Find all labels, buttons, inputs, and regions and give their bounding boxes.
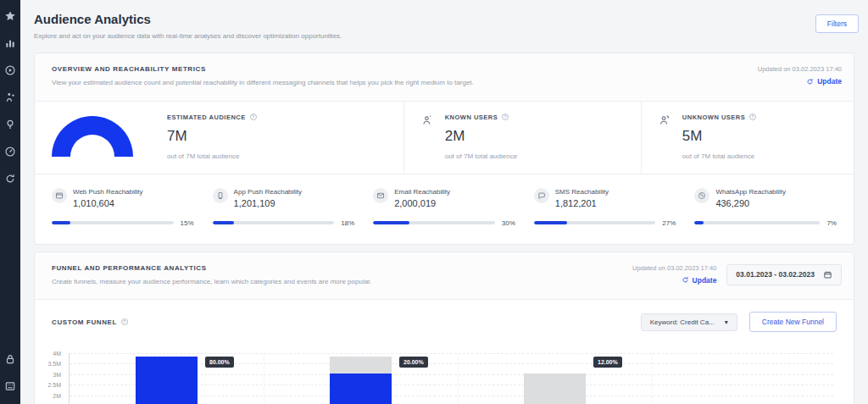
- overview-description: View your estimated audience count and p…: [52, 79, 474, 87]
- custom-funnel-title: CUSTOM FUNNEL: [52, 318, 128, 326]
- overview-card-header: OVERVIEW AND REACHABILITY METRICS View y…: [35, 53, 854, 102]
- y-axis-tick-label: 3.5M: [47, 361, 61, 367]
- performance-icon[interactable]: [4, 146, 16, 158]
- sidebar-bottom-icons: [4, 353, 16, 404]
- funnel-title: FUNNEL AND PERFORMANCE ANALYTICS: [52, 264, 372, 273]
- progress-fill: [52, 221, 70, 224]
- info-icon[interactable]: [250, 113, 257, 120]
- filters-button[interactable]: Filters: [815, 14, 859, 33]
- audience-gauge: [52, 116, 133, 157]
- progress-fill: [694, 221, 703, 224]
- funnel-update-link[interactable]: Update: [682, 276, 717, 285]
- web-push-reachability: Web Push Reachability 1,010,604 15%: [52, 188, 194, 227]
- reachability-row: Web Push Reachability 1,010,604 15% App …: [35, 174, 854, 244]
- metric-caption: out of 7M total audience: [445, 152, 517, 160]
- progress-percent: 18%: [341, 219, 354, 227]
- metric-value: 7M: [167, 128, 257, 145]
- funnel-bar-converted: [330, 374, 392, 404]
- progress-track: [694, 221, 820, 224]
- progress-percent: 30%: [502, 219, 515, 227]
- progress-percent: 15%: [181, 219, 194, 227]
- overview-updated-on: Updated on 03.02.2023 17:40: [758, 65, 842, 73]
- campaigns-icon[interactable]: [4, 64, 16, 76]
- overview-title: OVERVIEW AND REACHABILITY METRICS: [52, 65, 474, 74]
- funnel-updated-on: Updated on 03.02.2023 17:40: [632, 264, 716, 272]
- sidebar-top-icons: [4, 10, 16, 185]
- sidebar: [0, 0, 20, 404]
- conversion-badge: 80.00%: [205, 357, 234, 368]
- estimated-audience-metric: ESTIMATED AUDIENCE 7M out of 7M total au…: [35, 102, 403, 174]
- overview-card: OVERVIEW AND REACHABILITY METRICS View y…: [34, 53, 854, 245]
- metric-caption: out of 7M total audience: [167, 152, 257, 160]
- progress-track: [534, 221, 656, 224]
- calendar-icon: [823, 270, 832, 279]
- email-reachability: Email Reachability 2,000,019 30%: [373, 188, 515, 227]
- whatsapp-reachability: WhatsApp Reachability 436,290 7%: [694, 188, 837, 227]
- metric-value: 2M: [445, 128, 517, 145]
- conversion-badge: 20.00%: [399, 357, 428, 368]
- y-axis-tick-label: 2.5M: [47, 382, 61, 388]
- whatsapp-icon: [694, 188, 709, 203]
- unknown-users-metric: UNKNOWN USERS 5M out of 7M total audienc…: [641, 102, 854, 174]
- progress-track: [373, 221, 495, 224]
- lock-icon[interactable]: [4, 353, 16, 365]
- metric-caption: out of 7M total audience: [682, 152, 756, 160]
- sync-icon[interactable]: [4, 173, 16, 185]
- journeys-icon[interactable]: [4, 91, 16, 103]
- info-icon[interactable]: [502, 113, 509, 120]
- vertical-gridline: [652, 353, 653, 404]
- gridline: [70, 353, 833, 354]
- page-header: Audience Analytics Explore and act on yo…: [20, 0, 868, 53]
- app-push-icon: [213, 188, 228, 203]
- create-new-funnel-button[interactable]: Create New Funnel: [749, 312, 837, 332]
- conversion-badge: 12.00%: [593, 357, 622, 368]
- funnel-card: FUNNEL AND PERFORMANCE ANALYTICS Create …: [34, 252, 854, 404]
- sms-reachability: SMS Reachability 1,812,201 27%: [534, 188, 676, 227]
- web-push-icon: [52, 188, 67, 203]
- progress-fill: [373, 221, 409, 224]
- vertical-gridline: [264, 353, 264, 404]
- funnel-bar[interactable]: [524, 374, 586, 404]
- vertical-gridline: [458, 353, 459, 404]
- refresh-icon: [682, 276, 689, 284]
- funnel-bar[interactable]: [330, 357, 392, 404]
- overview-update-link[interactable]: Update: [806, 77, 842, 86]
- keyword-dropdown[interactable]: Keyword: Credit Ca...: [641, 313, 737, 331]
- sms-icon: [534, 188, 549, 203]
- metrics-row: ESTIMATED AUDIENCE 7M out of 7M total au…: [35, 102, 854, 174]
- metric-value: 5M: [682, 128, 756, 145]
- refresh-icon: [806, 78, 814, 86]
- email-icon: [373, 188, 388, 203]
- progress-track: [52, 221, 174, 224]
- unknown-user-icon: [659, 114, 670, 126]
- app-push-reachability: App Push Reachability 1,201,109 18%: [213, 188, 355, 227]
- metric-label: UNKNOWN USERS: [682, 113, 756, 121]
- funnel-chart: 4M3.5M3M2.5M2M1.5M1M 80.00%20.00%12.00%: [35, 353, 833, 404]
- main-content: Audience Analytics Explore and act on yo…: [20, 0, 868, 404]
- y-axis-tick-label: 2M: [53, 392, 61, 398]
- info-icon[interactable]: [749, 113, 756, 120]
- info-icon[interactable]: [121, 318, 128, 325]
- star-icon[interactable]: [4, 10, 16, 22]
- page-subtitle: Explore and act on your audience data wi…: [34, 32, 342, 41]
- y-axis: 4M3.5M3M2.5M2M1.5M1M: [35, 353, 69, 404]
- known-users-metric: KNOWN USERS 2M out of 7M total audience: [403, 102, 641, 174]
- progress-percent: 7%: [826, 219, 837, 227]
- date-range-picker[interactable]: 03.01.2023 - 03.02.2023: [726, 264, 842, 285]
- idea-icon[interactable]: [4, 119, 16, 130]
- bar-chart-icon[interactable]: [4, 37, 16, 49]
- progress-track: [213, 221, 335, 224]
- metric-label: ESTIMATED AUDIENCE: [167, 113, 257, 121]
- progress-percent: 27%: [662, 219, 676, 227]
- funnel-bar[interactable]: [136, 357, 198, 404]
- apps-icon[interactable]: [4, 380, 16, 392]
- y-axis-tick-label: 3M: [53, 371, 61, 377]
- funnel-bar-converted: [136, 357, 198, 404]
- chart-plot-area: 80.00%20.00%12.00%: [69, 353, 833, 404]
- metric-label: KNOWN USERS: [445, 113, 517, 121]
- funnel-description: Create funnels, measure your audience pe…: [52, 278, 372, 286]
- funnel-card-header: FUNNEL AND PERFORMANCE ANALYTICS Create …: [35, 252, 854, 301]
- custom-funnel-controls: CUSTOM FUNNEL Keyword: Credit Ca... Crea…: [35, 300, 854, 332]
- y-axis-tick-label: 4M: [53, 351, 61, 357]
- page-title: Audience Analytics: [34, 12, 342, 27]
